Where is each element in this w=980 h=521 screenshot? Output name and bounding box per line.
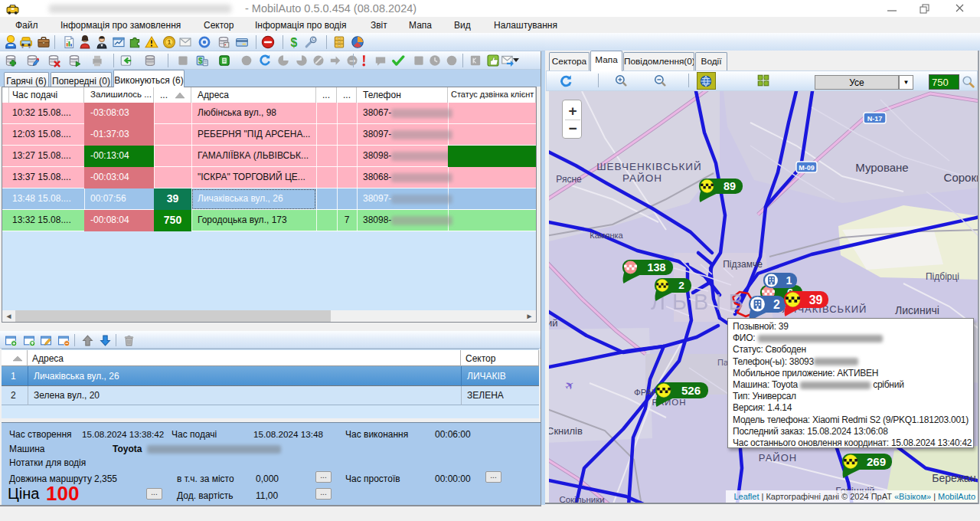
svg-text:Скнилів: Скнилів	[549, 425, 583, 437]
svg-text:РАЙОН: РАЙОН	[759, 452, 797, 464]
svg-text:ий: ий	[549, 317, 558, 329]
svg-text:1: 1	[167, 38, 171, 46]
svg-text:$: $	[291, 36, 298, 49]
svg-text:1: 1	[786, 274, 792, 287]
svg-text:Бережан: Бережан	[932, 472, 975, 484]
svg-text:Сокільники: Сокільники	[559, 495, 604, 503]
svg-text:39: 39	[809, 293, 823, 306]
svg-text:Рясне: Рясне	[556, 174, 582, 185]
svg-text:Лисиничі: Лисиничі	[895, 304, 939, 316]
svg-text:Підбірці: Підбірці	[926, 271, 959, 282]
svg-text:2: 2	[773, 298, 780, 311]
svg-text:ШЕВЧЕНКІВСЬКИЙ: ШЕВЧЕНКІВСЬКИЙ	[596, 161, 702, 172]
svg-text:М-09: М-09	[799, 164, 815, 172]
svg-text:Муроване: Муроване	[855, 161, 908, 174]
svg-text:Сороки: Сороки	[944, 171, 978, 184]
svg-text:269: 269	[867, 455, 886, 468]
svg-text:526: 526	[681, 384, 701, 397]
svg-text:Камянка: Камянка	[590, 231, 623, 240]
svg-text:138: 138	[647, 261, 665, 274]
svg-text:2: 2	[678, 280, 684, 291]
svg-text:89: 89	[724, 180, 736, 192]
svg-text:Підзамче: Підзамче	[723, 259, 763, 270]
svg-text:$: $	[198, 57, 203, 65]
svg-text:РАЙОН: РАЙОН	[622, 172, 662, 184]
svg-text:N-17: N-17	[867, 115, 883, 123]
